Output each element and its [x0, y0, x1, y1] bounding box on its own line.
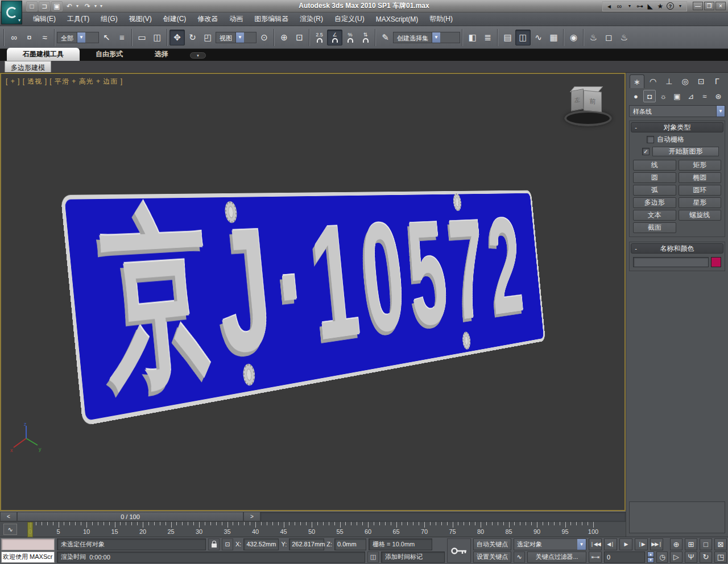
selection-lock-toggle[interactable]: [208, 538, 220, 550]
window-crossing-toggle[interactable]: ◫: [150, 30, 165, 45]
rectangular-selection-region-button[interactable]: ▭: [134, 30, 150, 45]
menu-item[interactable]: 图形编辑器: [249, 12, 294, 26]
object-name-input[interactable]: [633, 257, 709, 267]
snaps-toggle-button[interactable]: 2.5: [312, 30, 327, 45]
button-donut[interactable]: 圆环: [679, 185, 722, 196]
schematic-view-button[interactable]: ▦: [546, 30, 561, 45]
menu-item[interactable]: 视图(V): [123, 12, 158, 26]
absolute-offset-toggle[interactable]: ⊡: [222, 538, 233, 550]
material-editor-button[interactable]: ◉: [566, 30, 581, 45]
play-button[interactable]: ▶: [619, 538, 632, 550]
button-star[interactable]: 星形: [679, 197, 722, 208]
open-file-button[interactable]: ⊐: [39, 1, 50, 11]
mirror-button[interactable]: ◧: [465, 30, 480, 45]
rendered-frame-window-button[interactable]: ◻: [601, 30, 617, 45]
viewport-label[interactable]: [ + ] [ 透视 ] [ 平滑 + 高光 + 边面 ]: [6, 77, 123, 86]
ribbon-tab-freeform[interactable]: 自由形式: [80, 48, 139, 61]
isolate-cube-button[interactable]: ◫: [367, 551, 379, 563]
time-configuration-button[interactable]: ◷: [656, 551, 668, 563]
new-file-button[interactable]: □: [26, 1, 38, 11]
select-by-name-button[interactable]: ≡: [114, 30, 130, 45]
help-dropdown-icon[interactable]: ▾: [676, 3, 684, 9]
layer-manager-button[interactable]: ▤: [500, 30, 515, 45]
undo-button[interactable]: ↶: [64, 1, 75, 11]
edit-named-selection-sets-button[interactable]: ✎: [378, 30, 393, 45]
selection-mode-dropdown[interactable]: 选定对象 ▼: [514, 538, 586, 550]
menu-item[interactable]: 工具(T): [61, 12, 95, 26]
select-and-rotate-button[interactable]: ↻: [185, 30, 200, 45]
tab-display[interactable]: ⊡: [694, 74, 709, 88]
communication-center-icon[interactable]: ◣: [646, 2, 654, 10]
set-key-button[interactable]: 设置关键点: [473, 551, 511, 563]
redo-dropdown[interactable]: ▾: [94, 3, 99, 9]
button-helix[interactable]: 螺旋线: [679, 210, 722, 221]
current-frame-marker[interactable]: [27, 522, 33, 537]
name-color-rollout-header[interactable]: - 名称和颜色: [631, 243, 723, 254]
zoom-all-button[interactable]: ⊞: [685, 538, 697, 550]
tab-create[interactable]: ∗: [630, 74, 644, 88]
viewcube-left-face[interactable]: 左: [571, 89, 584, 111]
auto-key-button[interactable]: 自动关键点: [473, 538, 511, 550]
menu-item[interactable]: 创建(C): [158, 12, 192, 26]
field-of-view-button[interactable]: ▷: [670, 551, 682, 563]
viewcube-front-face[interactable]: 前: [584, 90, 602, 113]
time-slider-track[interactable]: [260, 512, 626, 521]
category-spacewarps[interactable]: ≈: [698, 90, 711, 102]
tab-utilities[interactable]: Γ: [710, 74, 725, 88]
select-and-link-button[interactable]: ∞: [6, 30, 22, 45]
category-helpers[interactable]: ⊿: [685, 90, 697, 102]
restore-button[interactable]: ❒: [704, 2, 714, 10]
selection-filter-dropdown[interactable]: 全部 ▼: [57, 32, 99, 43]
zoom-extents-button[interactable]: □: [700, 538, 712, 550]
menu-item[interactable]: MAXScript(M): [370, 13, 424, 26]
menu-item[interactable]: 编辑(E): [27, 12, 61, 26]
curve-editor-button[interactable]: ∿: [531, 30, 546, 45]
menu-item[interactable]: 帮助(H): [424, 12, 458, 26]
listener-macro-field[interactable]: [1, 538, 55, 550]
percent-snap-toggle[interactable]: %: [342, 30, 358, 45]
button-line[interactable]: 线: [633, 160, 676, 171]
orbit-button[interactable]: ↻: [700, 551, 712, 563]
category-systems[interactable]: ⊛: [712, 90, 725, 102]
next-frame-arrow[interactable]: >: [243, 512, 260, 521]
menu-item[interactable]: 渲染(R): [294, 12, 329, 26]
render-production-button[interactable]: ♨: [617, 30, 632, 45]
graphite-modeling-toggle[interactable]: ◫: [515, 30, 531, 45]
search-dropdown-icon[interactable]: ▾: [626, 3, 634, 9]
menu-item[interactable]: 修改器: [192, 12, 224, 26]
new-key-curve-button[interactable]: ∿: [514, 551, 525, 563]
pan-button[interactable]: Ψ: [685, 551, 697, 563]
undo-dropdown[interactable]: ▾: [76, 3, 81, 9]
next-frame-button[interactable]: ❘▶: [635, 538, 648, 550]
unlink-selection-button[interactable]: ¤: [22, 30, 37, 45]
render-setup-button[interactable]: ♨: [586, 30, 601, 45]
favorites-star-icon[interactable]: ★: [656, 2, 664, 10]
named-selection-sets-dropdown[interactable]: 创建选择集 ▼: [393, 32, 460, 43]
use-pivot-point-button[interactable]: ⊙: [257, 30, 272, 45]
previous-frame-button[interactable]: ◀❘: [604, 538, 617, 550]
button-ellipse[interactable]: 椭圆: [679, 172, 722, 183]
tab-motion[interactable]: ◎: [678, 74, 693, 88]
key-filters-button[interactable]: 关键点过滤器...: [527, 551, 586, 563]
button-text[interactable]: 文本: [633, 210, 676, 221]
infocenter-collapse-icon[interactable]: ◂: [605, 2, 613, 10]
bind-to-spacewarp-button[interactable]: ≈: [37, 30, 52, 45]
go-to-start-button[interactable]: ❘◀◀: [589, 538, 602, 550]
category-cameras[interactable]: ▣: [671, 90, 683, 102]
tab-hierarchy[interactable]: ⊥: [661, 74, 676, 88]
sign-in-key-icon[interactable]: ⊶: [636, 2, 644, 10]
select-and-manipulate-button[interactable]: ⊕: [276, 30, 292, 45]
category-lights[interactable]: ☼: [657, 90, 669, 102]
search-binoculars-icon[interactable]: ∞: [615, 2, 623, 10]
ribbon-minimize-button[interactable]: ▾: [190, 52, 206, 59]
go-to-end-button[interactable]: ▶▶❘: [650, 538, 663, 550]
object-color-swatch[interactable]: [711, 257, 721, 267]
time-slider-handle[interactable]: 0 / 100: [17, 512, 243, 521]
button-arc[interactable]: 弧: [633, 185, 676, 196]
start-new-shape-button[interactable]: 开始新图形: [652, 147, 719, 156]
angle-snap-toggle[interactable]: ∠: [327, 30, 342, 45]
save-file-button[interactable]: ▣: [51, 1, 63, 11]
spinner-up-icon[interactable]: ▲: [647, 551, 654, 557]
max-application-logo[interactable]: ▾: [1, 1, 22, 24]
viewcube-compass-ring[interactable]: [564, 110, 612, 126]
